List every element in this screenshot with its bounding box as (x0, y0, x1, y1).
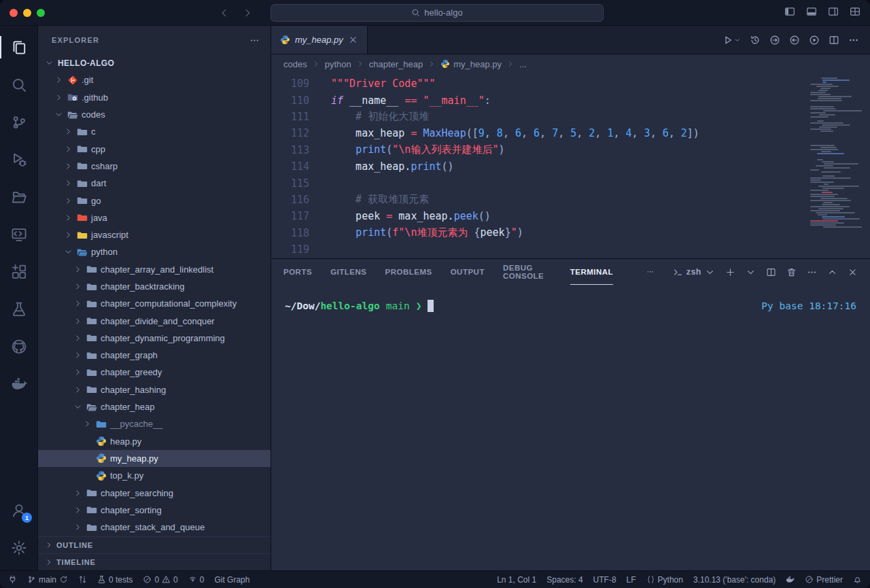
file-history-button[interactable] (750, 35, 761, 46)
tree-item-hello-algo[interactable]: HELLO-ALGO (38, 54, 271, 71)
activity-folder-view[interactable] (0, 178, 38, 215)
tree-item-chapter-sorting[interactable]: chapter_sorting (38, 502, 271, 519)
code-line-117[interactable]: 117 peek = max_heap.peek() (271, 208, 870, 224)
command-center-search[interactable]: hello-algo (271, 4, 604, 22)
tree-item-java[interactable]: java (38, 209, 271, 226)
statusbar-gitlens-compare[interactable] (78, 575, 87, 584)
close-panel[interactable] (848, 267, 858, 277)
tree-item-c[interactable]: c (38, 123, 271, 140)
open-changes-button[interactable] (769, 35, 780, 46)
activity-github[interactable] (0, 328, 38, 365)
tree-item-chapter-graph[interactable]: chapter_graph (38, 347, 271, 364)
activity-docker[interactable] (0, 365, 38, 402)
activity-testing[interactable] (0, 290, 38, 328)
chevron-right-icon[interactable] (63, 162, 73, 171)
statusbar-remote-indicator[interactable] (8, 575, 17, 584)
tree-item-python[interactable]: python (38, 243, 271, 260)
maximize-panel[interactable] (827, 267, 837, 277)
chevron-right-icon[interactable] (63, 196, 73, 205)
toggle-panel[interactable] (806, 6, 817, 20)
tree-item-chapter-hashing[interactable]: chapter_hashing (38, 381, 271, 398)
tree-item-javascript[interactable]: javascript (38, 226, 271, 243)
statusbar-git-graph[interactable]: Git Graph (214, 575, 249, 585)
tree-item-dart[interactable]: dart (38, 175, 271, 192)
code-line-111[interactable]: 111 # 初始化大顶堆 (271, 109, 870, 125)
tree-item-chapter-heap[interactable]: chapter_heap (38, 398, 271, 415)
chevron-right-icon[interactable] (72, 489, 83, 498)
chevron-right-icon[interactable] (63, 145, 73, 154)
activity-run-debug[interactable] (0, 141, 38, 178)
panel-tab-output[interactable]: OUTPUT (451, 259, 485, 285)
close-window-button[interactable] (10, 9, 18, 17)
statusbar-tests[interactable]: 0 tests (97, 575, 133, 585)
timeline-section[interactable]: TIMELINE (38, 553, 271, 570)
shell-selector[interactable]: zsh (673, 267, 715, 277)
tree-item-pycache[interactable]: __pycache__ (38, 415, 271, 432)
tree-item-top-k-py[interactable]: top_k.py (38, 467, 271, 484)
statusbar-notifications[interactable] (853, 575, 862, 584)
tree-item-chapter-stack-and-queue[interactable]: chapter_stack_and_queue (38, 519, 271, 536)
chevron-down-icon[interactable] (72, 402, 83, 411)
code-line-109[interactable]: 109"""Driver Code""" (271, 75, 870, 92)
new-terminal[interactable] (725, 267, 735, 277)
panel-tabs-more-icon[interactable] (646, 268, 655, 276)
tab-close-icon[interactable] (348, 35, 358, 45)
panel-more-actions[interactable] (807, 267, 817, 277)
run-or-debug-button[interactable] (809, 35, 820, 46)
panel-tab-problems[interactable]: PROBLEMS (385, 259, 432, 285)
chevron-right-icon[interactable] (63, 230, 73, 239)
activity-explorer[interactable] (0, 29, 38, 66)
tree-item-github[interactable]: .github (38, 89, 271, 106)
activity-source-control[interactable] (0, 103, 38, 141)
code-line-114[interactable]: 114 max_heap.print() (271, 158, 870, 175)
statusbar-cursor-position[interactable]: Ln 1, Col 1 (497, 575, 536, 585)
chevron-right-icon[interactable] (72, 282, 83, 291)
tree-item-go[interactable]: go (38, 192, 271, 209)
explorer-more-actions-icon[interactable] (249, 35, 260, 46)
breadcrumb-item-chapter-heap[interactable]: chapter_heap (369, 59, 423, 69)
run-python-file-button[interactable] (723, 35, 741, 46)
statusbar-language-mode[interactable]: Python (646, 575, 683, 585)
code-line-116[interactable]: 116 # 获取堆顶元素 (271, 192, 870, 208)
tab-my-heap-py[interactable]: my_heap.py (271, 26, 368, 54)
tree-item-chapter-divide-and-conquer[interactable]: chapter_divide_and_conquer (38, 312, 271, 329)
code-line-112[interactable]: 112 max_heap = MaxHeap([9, 8, 6, 6, 7, 5… (271, 125, 870, 141)
zoom-window-button[interactable] (37, 9, 45, 17)
chevron-right-icon[interactable] (72, 506, 83, 515)
previous-change-button[interactable] (789, 35, 800, 46)
statusbar-encoding[interactable]: UTF-8 (593, 575, 616, 585)
chevron-down-icon[interactable] (63, 247, 73, 256)
tree-item-chapter-array-and-linkedlist[interactable]: chapter_array_and_linkedlist (38, 261, 271, 278)
tree-item-git[interactable]: .git (38, 71, 271, 88)
statusbar-forwarded-ports[interactable]: 0 (188, 575, 205, 585)
code-editor[interactable]: 109"""Driver Code"""110if __name__ == "_… (271, 73, 870, 258)
customize-layout[interactable] (850, 6, 860, 20)
panel-tab-debug-console[interactable]: DEBUG CONSOLE (503, 259, 552, 285)
chevron-down-icon[interactable] (53, 110, 64, 119)
code-line-115[interactable]: 115 (271, 175, 870, 191)
outline-section[interactable]: OUTLINE (38, 536, 271, 553)
chevron-right-icon[interactable] (53, 75, 64, 84)
breadcrumb-item-[interactable]: ... (519, 59, 527, 69)
chevron-right-icon[interactable] (63, 213, 73, 222)
activity-settings[interactable] (0, 529, 38, 566)
chevron-right-icon[interactable] (63, 179, 73, 188)
chevron-right-icon[interactable] (72, 317, 83, 326)
breadcrumb-item-python[interactable]: python (325, 59, 351, 69)
tree-item-chapter-searching[interactable]: chapter_searching (38, 484, 271, 501)
activity-extensions[interactable] (0, 253, 38, 290)
activity-remote-explorer[interactable] (0, 215, 38, 253)
split-editor-button[interactable] (829, 35, 839, 46)
tree-item-chapter-backtracking[interactable]: chapter_backtracking (38, 278, 271, 295)
tree-item-codes[interactable]: codes (38, 106, 271, 123)
chevron-right-icon[interactable] (72, 334, 83, 343)
panel-tab-gitlens[interactable]: GITLENS (330, 259, 366, 285)
statusbar-prettier[interactable]: Prettier (805, 575, 843, 585)
kill-terminal[interactable] (786, 267, 797, 277)
terminal[interactable]: ~/Dow/ hello-algo main ❯ Py base 18:17:1… (271, 285, 870, 570)
code-line-118[interactable]: 118 print(f"\n堆顶元素为 {peek}") (271, 225, 870, 241)
chevron-right-icon[interactable] (63, 127, 73, 136)
statusbar-git-branch[interactable]: main (27, 575, 68, 585)
statusbar-problems[interactable]: 00 (143, 575, 177, 585)
panel-tab-ports[interactable]: PORTS (283, 259, 312, 285)
